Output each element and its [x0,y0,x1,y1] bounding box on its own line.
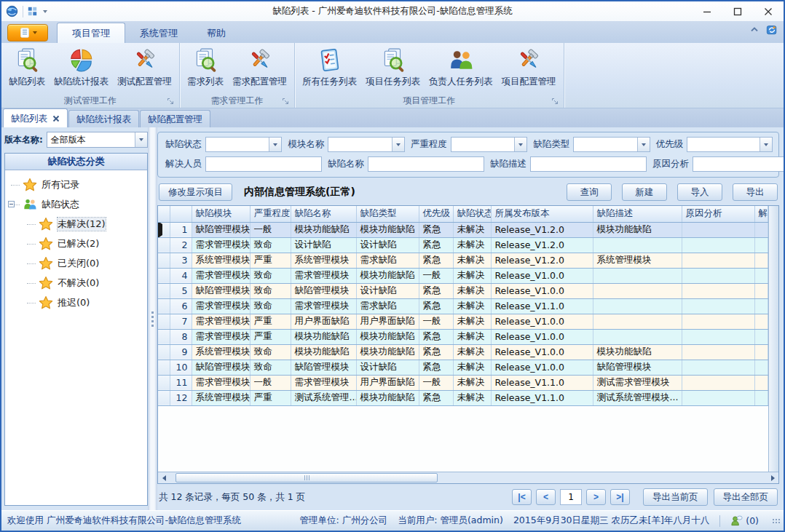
tree-item[interactable]: 缺陷状态 [5,194,147,214]
dropdown-arrow-icon[interactable] [514,138,526,151]
ribbon-help-icon[interactable] [766,24,778,36]
close-button[interactable] [753,1,784,21]
dialog-launcher-icon[interactable] [282,98,290,106]
cell: 缺陷管理模块 [593,360,682,375]
table-row[interactable]: 5缺陷管理模块致命缺陷管理模块设计缺陷紧急未解决Release_V1.0.0 [158,283,768,298]
ribbon-group: 所有任务列表项目任务列表负责人任务列表项目配置管理项目管理工作 [295,43,564,108]
scrollbar-thumb[interactable] [175,473,438,483]
filter-input-cause-analysis[interactable] [693,156,785,172]
filter-select-severity[interactable] [451,137,527,152]
tree-item[interactable]: 已关闭(0) [5,253,147,273]
prev-page-button[interactable]: < [536,489,556,505]
collapse-ribbon-icon[interactable] [750,25,759,34]
ribbon-button-doc-search[interactable]: 项目任务列表 [361,44,425,95]
version-combobox[interactable]: 全部版本 [47,132,148,148]
task-list-icon [317,47,343,74]
dropdown-arrow-icon[interactable] [392,138,404,151]
column-header[interactable]: 解决方法 [754,206,768,222]
new-button[interactable]: 新建 [622,183,667,201]
column-header[interactable]: 严重程度 [250,206,291,222]
export-all-pages-button[interactable]: 导出全部页 [714,488,778,506]
tab-close-icon[interactable] [52,114,60,122]
ribbon-button-pie-chart[interactable]: 缺陷统计报表 [50,44,113,95]
ribbon-button-tools[interactable]: 测试配置管理 [113,44,176,95]
column-header[interactable]: 原因分析 [682,206,754,222]
ribbon-button-task-list[interactable]: 所有任务列表 [298,44,361,95]
import-button[interactable]: 导入 [677,183,722,201]
application-menu-button[interactable] [7,24,48,41]
export-button[interactable]: 导出 [733,183,778,201]
column-header[interactable]: 缺陷状态 [453,206,491,222]
column-header[interactable]: 缺陷模块 [192,206,250,222]
dialog-launcher-icon[interactable] [167,98,175,106]
table-row[interactable]: 12系统管理模块严重测试系统管理...模块功能缺陷紧急未解决Release_V1… [158,390,768,405]
scroll-right-icon[interactable] [767,472,778,483]
tree-item[interactable]: 推迟(0) [5,293,147,312]
ribbon-button-tools[interactable]: 项目配置管理 [497,44,561,95]
horizontal-scrollbar[interactable] [158,472,778,483]
table-row[interactable]: 7需求管理模块严重用户界面缺陷用户界面缺陷一般未解决Release_V1.0.0 [158,314,768,329]
table-row[interactable]: 8需求管理模块严重模块功能缺陷模块功能缺陷紧急未解决Release_V1.0.0 [158,329,768,344]
resize-grip-icon[interactable] [772,518,781,524]
filter-select-defect-type[interactable] [573,137,650,152]
quick-access-caret-icon[interactable] [43,10,47,13]
next-page-button[interactable]: > [586,489,606,505]
table-row[interactable]: 2需求管理模块致命设计缺陷设计缺陷紧急未解决Release_V1.2.0 [158,237,768,253]
table-row[interactable]: 1缺陷管理模块一般模块功能缺陷模块功能缺陷紧急未解决Release_V1.2.0… [158,222,768,237]
tree-item[interactable]: 所有记录 [5,175,147,194]
table-row[interactable]: 10缺陷管理模块致命缺陷管理模块设计缺陷紧急未解决Release_V1.0.0缺… [158,360,768,375]
grid-rownum-header [170,206,192,222]
ribbon-button-doc-search[interactable]: 缺陷列表 [4,44,50,95]
column-header[interactable]: 缺陷类型 [356,206,419,222]
ribbon-tab-2[interactable]: 系统管理 [125,23,192,43]
message-indicator[interactable]: (0) [730,515,759,527]
last-page-button[interactable]: >| [610,489,630,505]
column-header[interactable]: 缺陷名称 [291,206,356,222]
export-current-page-button[interactable]: 导出当前页 [643,488,708,506]
filter-select-priority[interactable] [687,137,773,152]
table-row[interactable]: 4需求管理模块致命需求管理模块模块功能缺陷一般未解决Release_V1.0.0 [158,268,768,283]
cell [754,283,768,298]
minimize-button[interactable] [692,1,722,21]
ribbon-button-tools[interactable]: 需求配置管理 [228,44,291,95]
filter-select-defect-status[interactable] [205,137,282,152]
panel-splitter[interactable] [148,127,157,510]
quick-access-grid-icon[interactable] [28,7,37,16]
filter-input-defect-name[interactable] [368,156,484,172]
dropdown-arrow-icon[interactable] [637,138,650,151]
doc-tab-1[interactable]: 缺陷列表 [3,108,68,127]
maximize-button[interactable] [722,1,753,21]
query-button[interactable]: 查询 [567,183,612,201]
ribbon-button-doc-search[interactable]: 需求列表 [183,44,228,95]
ribbon-button-users[interactable]: 负责人任务列表 [425,44,497,95]
filter-input-resolver[interactable] [205,156,322,172]
scroll-left-icon[interactable] [158,472,170,483]
tree-expander-icon[interactable] [8,201,15,207]
star-icon [39,217,53,231]
dropdown-arrow-icon[interactable] [269,138,281,151]
first-page-button[interactable]: |< [512,489,532,505]
filter-select-module-name[interactable] [328,137,404,152]
dropdown-arrow-icon[interactable] [135,132,147,147]
cell: 一般 [419,268,453,283]
tree-item[interactable]: 不解决(0) [5,273,147,293]
table-row[interactable]: 11需求管理模块一般需求管理模块用户界面缺陷一般未解决Release_V1.1.… [158,375,768,390]
table-row[interactable]: 9系统管理模块致命模块功能缺陷模块功能缺陷紧急未解决Release_V1.0.0… [158,344,768,360]
dropdown-arrow-icon[interactable] [760,138,772,151]
modify-display-items-button[interactable]: 修改显示项目 [159,183,232,201]
ribbon-tab-3[interactable]: 帮助 [192,23,240,43]
tree-item[interactable]: 未解决(12) [5,214,147,234]
column-header[interactable]: 缺陷描述 [593,206,682,222]
column-header[interactable]: 所属发布版本 [491,206,593,222]
doc-tab-3[interactable]: 缺陷配置管理 [140,110,210,127]
tree-item[interactable]: 已解决(2) [5,234,147,253]
dialog-launcher-icon[interactable] [551,98,559,106]
column-header[interactable]: 优先级 [419,206,453,222]
ribbon-tab-1[interactable]: 项目管理 [57,23,125,43]
filter-input-defect-description[interactable] [530,156,647,172]
doc-tab-2[interactable]: 缺陷统计报表 [68,110,139,127]
vertical-scrollbar[interactable] [768,206,778,472]
table-row[interactable]: 3系统管理模块严重系统管理模块需求缺陷紧急未解决Release_V1.2.0系统… [158,253,768,268]
page-number-input[interactable] [560,489,582,505]
table-row[interactable]: 6需求管理模块致命需求管理模块需求缺陷紧急未解决Release_V1.1.0 [158,298,768,314]
